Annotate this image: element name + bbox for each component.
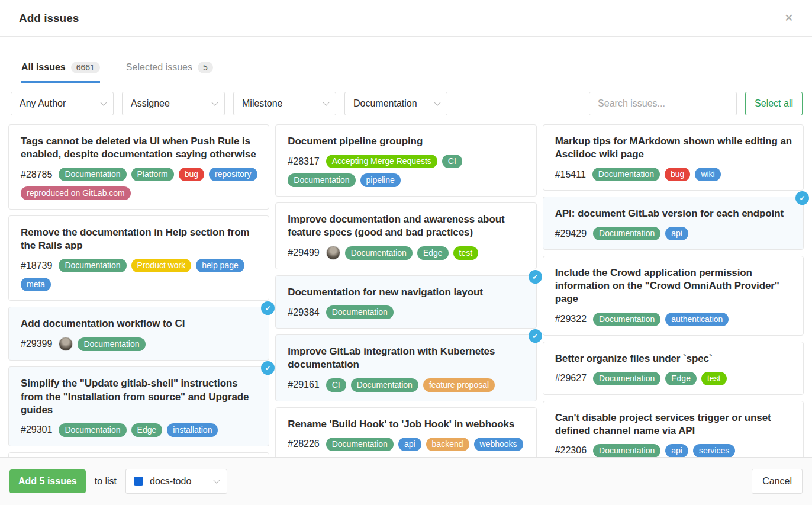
tabs-bar: All issues 6661 Selected issues 5: [0, 37, 812, 83]
issue-card[interactable]: Document pipeline grouping#28317Acceptin…: [275, 124, 536, 197]
list-dropdown[interactable]: docs-todo: [125, 469, 227, 494]
issue-meta: #29399Documentation: [21, 337, 259, 351]
issue-card[interactable]: Improve documentation and awareness abou…: [275, 202, 536, 269]
issue-label: test: [453, 246, 479, 260]
select-all-button[interactable]: Select all: [745, 92, 803, 115]
issue-label: api: [665, 444, 688, 457]
issue-meta: #22306Documentationapiservices: [555, 444, 794, 457]
issue-label: reproduced on GitLab.com: [21, 186, 131, 200]
issue-column-1: Tags cannot be deleted via UI when Push …: [8, 124, 269, 449]
author-filter-dropdown[interactable]: Any Author: [11, 92, 114, 115]
label-filter-label: Documentation: [353, 98, 417, 109]
issue-label: api: [398, 438, 421, 451]
author-filter-label: Any Author: [20, 98, 66, 109]
issue-card[interactable]: Improve GitLab integration with Kubernet…: [275, 334, 536, 401]
selected-check-icon: ✓: [795, 191, 809, 205]
issue-meta: #29322Documentationauthentication: [555, 313, 794, 326]
issue-label: feature proposal: [423, 378, 495, 392]
cancel-button[interactable]: Cancel: [752, 469, 803, 494]
issue-meta: #28226Documentationapibackendwebhooks: [288, 438, 526, 451]
tab-selected-issues-label: Selected issues: [126, 62, 192, 73]
issue-id: #29322: [555, 314, 587, 324]
tab-all-issues[interactable]: All issues 6661: [21, 62, 100, 83]
issue-label: api: [665, 227, 688, 240]
selected-check-icon: ✓: [529, 329, 542, 343]
issue-label: Documentation: [59, 168, 126, 181]
issue-grid: Tags cannot be deleted via UI when Push …: [0, 116, 812, 457]
issue-card[interactable]: Simplify the "Update gitlab-shell" instr…: [8, 366, 269, 446]
selected-check-icon: ✓: [529, 270, 542, 284]
issue-card[interactable]: Include the Crowd application permission…: [543, 256, 804, 335]
issue-id: #15411: [555, 169, 586, 180]
issue-label: Documentation: [593, 227, 660, 240]
issue-label: Product work: [131, 259, 192, 272]
search-input[interactable]: [589, 92, 737, 115]
issue-id: #29399: [21, 339, 52, 349]
tab-selected-issues[interactable]: Selected issues 5: [126, 62, 213, 83]
issue-label: bug: [179, 168, 204, 181]
issue-title: Simplify the "Update gitlab-shell" instr…: [21, 377, 259, 416]
issue-id: #29384: [288, 307, 319, 318]
issue-title: Can't disable project services trigger o…: [555, 411, 794, 438]
chevron-down-icon: [213, 477, 220, 483]
avatar: [326, 246, 340, 260]
modal-header: Add issues ✕: [0, 0, 812, 37]
issue-label: Documentation: [59, 423, 126, 437]
issue-title: Tags cannot be deleted via UI when Push …: [21, 135, 259, 161]
close-icon[interactable]: ✕: [780, 9, 798, 27]
chevron-down-icon: [323, 99, 329, 105]
tab-all-issues-label: All issues: [21, 62, 66, 73]
issue-label: Edge: [665, 372, 697, 385]
chevron-down-icon: [100, 99, 107, 105]
issue-meta: #28785DocumentationPlatformbugrepository…: [21, 168, 259, 200]
issue-card[interactable]: Rename 'Build Hook' to 'Job Hook' in web…: [275, 407, 536, 457]
issue-label: Documentation: [78, 337, 145, 351]
issue-meta: #18739DocumentationProduct workhelp page…: [21, 259, 259, 291]
issue-label: Edge: [417, 246, 449, 260]
issue-label: help page: [196, 259, 244, 272]
issue-label: backend: [426, 438, 469, 451]
milestone-filter-label: Milestone: [242, 98, 282, 109]
issue-id: #28317: [288, 156, 319, 167]
issue-title: Include the Crowd application permission…: [555, 266, 794, 305]
to-list-label: to list: [95, 476, 117, 487]
issue-card[interactable]: Remove the documentation in Help section…: [8, 215, 269, 301]
issue-meta: #29499DocumentationEdgetest: [288, 246, 526, 260]
issue-card[interactable]: Tags cannot be deleted via UI when Push …: [8, 124, 269, 210]
issue-label: Documentation: [345, 246, 413, 260]
issue-column-3: Markup tips for MArkdown shown while edi…: [543, 124, 804, 449]
selected-issues-count-badge: 5: [198, 62, 213, 73]
issue-card[interactable]: Markup tips for MArkdown shown while edi…: [543, 124, 804, 191]
issue-id: #18739: [21, 260, 52, 271]
issue-label: Documentation: [351, 378, 418, 392]
issue-label: installation: [167, 423, 218, 437]
issue-card[interactable]: [8, 452, 269, 457]
issue-title: Markup tips for MArkdown shown while edi…: [555, 135, 794, 161]
issue-card[interactable]: API: document GitLab version for each en…: [543, 197, 804, 250]
issue-id: #29499: [288, 247, 319, 258]
assignee-filter-dropdown[interactable]: Assignee: [122, 92, 225, 115]
issue-card[interactable]: Add documentation workflow to CI#29399Do…: [8, 307, 269, 361]
chevron-down-icon: [211, 99, 218, 105]
issue-label: Accepting Merge Requests: [326, 155, 437, 168]
milestone-filter-dropdown[interactable]: Milestone: [233, 92, 336, 115]
avatar: [59, 337, 73, 351]
issue-title: Add documentation workflow to CI: [21, 317, 259, 330]
issue-meta: #29429Documentationapi: [555, 227, 794, 240]
issue-label: test: [701, 372, 727, 385]
issue-card[interactable]: Documentation for new navigation layout#…: [275, 275, 536, 329]
issue-title: Improve GitLab integration with Kubernet…: [288, 345, 526, 371]
issue-label: wiki: [695, 168, 720, 181]
issue-id: #29429: [555, 229, 587, 239]
filter-bar: Any Author Assignee Milestone Documentat…: [0, 83, 812, 115]
issue-label: bug: [665, 168, 690, 181]
add-issues-button[interactable]: Add 5 issues: [9, 469, 86, 493]
issue-card[interactable]: Better organize files under `spec`#29627…: [543, 342, 804, 395]
selected-check-icon: ✓: [261, 301, 275, 315]
issue-card[interactable]: Can't disable project services trigger o…: [543, 401, 804, 457]
selected-check-icon: ✓: [261, 361, 275, 375]
label-filter-dropdown[interactable]: Documentation: [344, 92, 447, 115]
issue-title: Improve documentation and awareness abou…: [288, 213, 526, 239]
issue-meta: #28317Accepting Merge RequestsCIDocument…: [288, 155, 526, 187]
chevron-down-icon: [434, 99, 440, 105]
